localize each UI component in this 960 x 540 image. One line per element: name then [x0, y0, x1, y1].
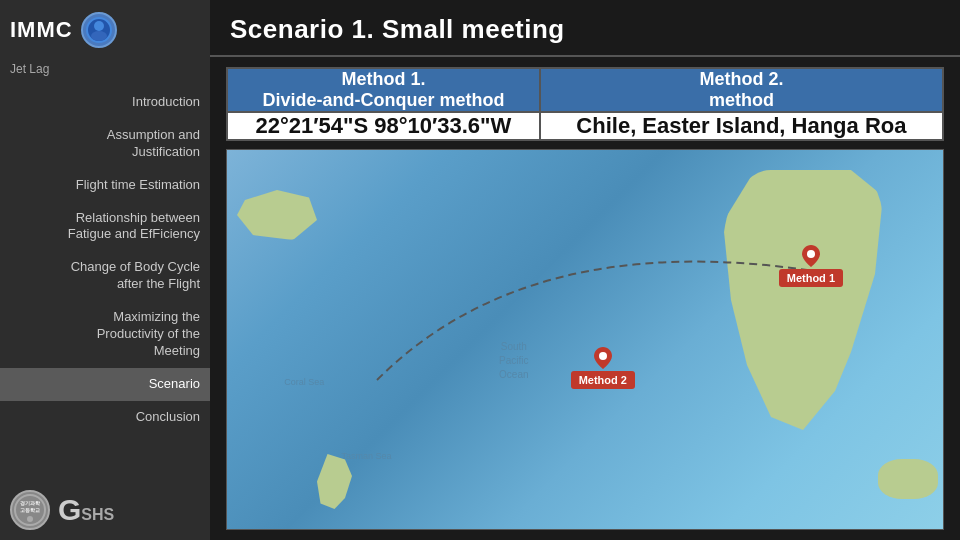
main-header: Scenario 1. Small meeting — [210, 0, 960, 57]
map-background: SouthPacificOcean Coral Sea Tasman Sea M… — [227, 150, 943, 529]
main-content: Scenario 1. Small meeting Method 1.Divid… — [210, 0, 960, 540]
sidebar-item-maximizing[interactable]: Maximizing theProductivity of theMeeting — [0, 301, 210, 368]
sidebar-item-scenario[interactable]: Scenario — [0, 368, 210, 401]
main-title: Scenario 1. Small meeting — [230, 14, 565, 45]
svg-point-1 — [94, 21, 104, 31]
pacific-ocean-label: SouthPacificOcean — [499, 340, 528, 382]
table-area: Method 1.Divide-and-Conquer method Metho… — [210, 57, 960, 149]
method2-pin: Method 2 — [571, 347, 635, 389]
sidebar-bottom: 경기과학 고등학교 GSHS — [0, 480, 210, 540]
svg-point-8 — [807, 250, 815, 258]
sidebar-logo-icon — [81, 12, 117, 48]
method-table: Method 1.Divide-and-Conquer method Metho… — [226, 67, 944, 141]
method1-pin-label: Method 1 — [779, 269, 843, 287]
land-new-zealand — [317, 454, 352, 509]
sidebar-jet-lag-label: Jet Lag — [0, 60, 210, 86]
svg-text:경기과학: 경기과학 — [20, 500, 41, 506]
sidebar-item-flight[interactable]: Flight time Estimation — [0, 169, 210, 202]
sidebar-item-change[interactable]: Change of Body Cycleafter the Flight — [0, 251, 210, 301]
coral-sea-label: Coral Sea — [284, 377, 324, 387]
gshs-label: GSHS — [58, 493, 114, 527]
sidebar-item-introduction[interactable]: Introduction — [0, 86, 210, 119]
svg-point-7 — [599, 352, 607, 360]
map-area: SouthPacificOcean Coral Sea Tasman Sea M… — [226, 149, 944, 530]
method2-pin-label: Method 2 — [571, 371, 635, 389]
tasman-sea-label: Tasman Sea — [342, 451, 392, 461]
method1-header: Method 1.Divide-and-Conquer method — [227, 68, 540, 112]
sidebar-logo-text: IMMC — [10, 17, 73, 43]
method2-header: Method 2.method — [540, 68, 943, 112]
svg-point-2 — [91, 31, 107, 41]
method1-coordinates: 22°21′54"S 98°10′33.6"W — [227, 112, 540, 140]
gshs-sub: SHS — [81, 506, 114, 523]
sidebar-item-relationship[interactable]: Relationship betweenFatigue and EfFicien… — [0, 202, 210, 252]
sidebar-item-conclusion[interactable]: Conclusion — [0, 401, 210, 434]
sidebar-header: IMMC — [0, 0, 210, 60]
svg-text:고등학교: 고등학교 — [20, 507, 40, 513]
gshs-g-letter: G — [58, 493, 81, 526]
land-south-america — [723, 170, 883, 430]
land-papua — [237, 190, 317, 240]
method1-pin: Method 1 — [779, 245, 843, 287]
sidebar: IMMC Jet Lag Introduction Assumption and… — [0, 0, 210, 540]
sidebar-nav: Introduction Assumption andJustification… — [0, 86, 210, 480]
svg-point-6 — [27, 516, 33, 522]
method2-location: Chile, Easter Island, Hanga Roa — [540, 112, 943, 140]
sidebar-item-assumption[interactable]: Assumption andJustification — [0, 119, 210, 169]
land-bottom-right — [878, 459, 938, 499]
gshs-logo-circle: 경기과학 고등학교 — [10, 490, 50, 530]
